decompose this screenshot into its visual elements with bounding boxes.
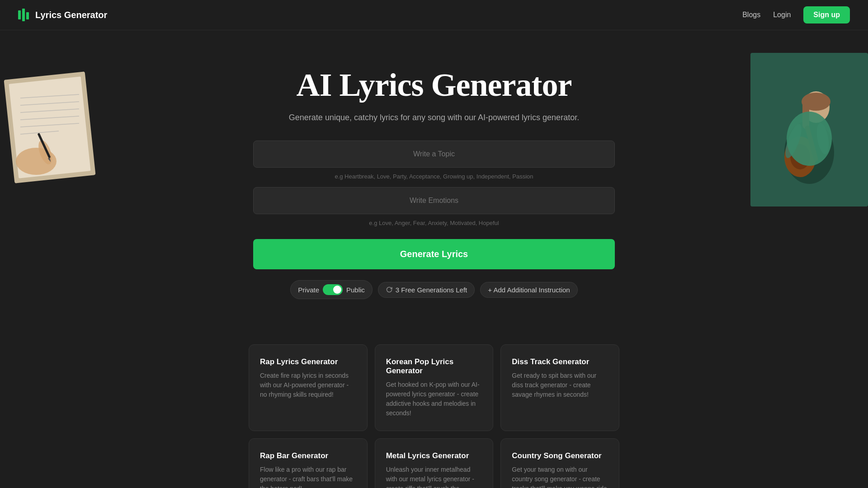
guitar-image [750, 53, 868, 206]
cards-grid: Rap Lyrics Generator Create fire rap lyr… [249, 344, 619, 488]
card-title: Rap Lyrics Generator [260, 357, 356, 366]
logo-icon [18, 9, 31, 21]
card-desc: Get your twang on with our country song … [512, 465, 608, 488]
private-label: Private [298, 286, 319, 294]
emotions-hint: e.g Love, Anger, Fear, Anxiety, Motivate… [253, 220, 615, 226]
add-instruction-pill[interactable]: + Add Additional Instruction [480, 282, 577, 298]
svg-rect-1 [22, 9, 25, 21]
card-item[interactable]: Korean Pop Lyrics Generator Get hooked o… [375, 344, 494, 431]
card-title: Metal Lyrics Generator [386, 451, 482, 460]
free-generations-text: 3 Free Generations Left [396, 286, 467, 294]
hero-section: AI Lyrics Generator Generate unique, cat… [0, 30, 868, 317]
public-label: Public [346, 286, 365, 294]
card-item[interactable]: Rap Bar Generator Flow like a pro with o… [249, 438, 368, 488]
card-title: Korean Pop Lyrics Generator [386, 357, 482, 375]
emotions-input[interactable] [253, 187, 615, 214]
refresh-icon [386, 286, 393, 293]
card-desc: Flow like a pro with our rap bar generat… [260, 465, 356, 488]
card-desc: Get ready to spit bars with our diss tra… [512, 371, 608, 399]
add-instruction-text: + Add Additional Instruction [488, 286, 570, 294]
writing-image [0, 62, 104, 197]
privacy-toggle[interactable] [323, 284, 343, 295]
svg-rect-2 [26, 12, 29, 19]
nav-right: Blogs Login Sign up [742, 6, 850, 23]
card-title: Rap Bar Generator [260, 451, 356, 460]
free-generations-pill: 3 Free Generations Left [378, 282, 475, 298]
topic-hint: e.g Heartbreak, Love, Party, Acceptance,… [253, 173, 615, 180]
navbar: Lyrics Generator Blogs Login Sign up [0, 0, 868, 30]
card-desc: Create fire rap lyrics in seconds with o… [260, 371, 356, 399]
signup-button[interactable]: Sign up [803, 6, 850, 23]
generate-button[interactable]: Generate Lyrics [253, 239, 615, 269]
card-desc: Get hooked on K-pop with our AI-powered … [386, 380, 482, 418]
blogs-link[interactable]: Blogs [742, 11, 760, 19]
logo[interactable]: Lyrics Generator [18, 9, 107, 21]
logo-text: Lyrics Generator [35, 10, 107, 20]
topic-input[interactable] [253, 141, 615, 168]
card-item[interactable]: Rap Lyrics Generator Create fire rap lyr… [249, 344, 368, 431]
card-desc: Unleash your inner metalhead with our me… [386, 465, 482, 488]
privacy-toggle-pill[interactable]: Private Public [290, 280, 373, 299]
login-link[interactable]: Login [773, 11, 791, 19]
controls-row: Private Public 3 Free Generations Left +… [253, 280, 615, 299]
card-title: Country Song Generator [512, 451, 608, 460]
hero-subtitle: Generate unique, catchy lyrics for any s… [18, 113, 850, 122]
card-item[interactable]: Metal Lyrics Generator Unleash your inne… [375, 438, 494, 488]
card-item[interactable]: Diss Track Generator Get ready to spit b… [500, 344, 619, 431]
card-title: Diss Track Generator [512, 357, 608, 366]
svg-point-25 [787, 112, 832, 166]
form-container: e.g Heartbreak, Love, Party, Acceptance,… [253, 141, 615, 299]
card-item[interactable]: Country Song Generator Get your twang on… [500, 438, 619, 488]
hero-title: AI Lyrics Generator [18, 66, 850, 104]
cards-section: Rap Lyrics Generator Create fire rap lyr… [231, 344, 637, 488]
svg-rect-0 [18, 10, 21, 19]
